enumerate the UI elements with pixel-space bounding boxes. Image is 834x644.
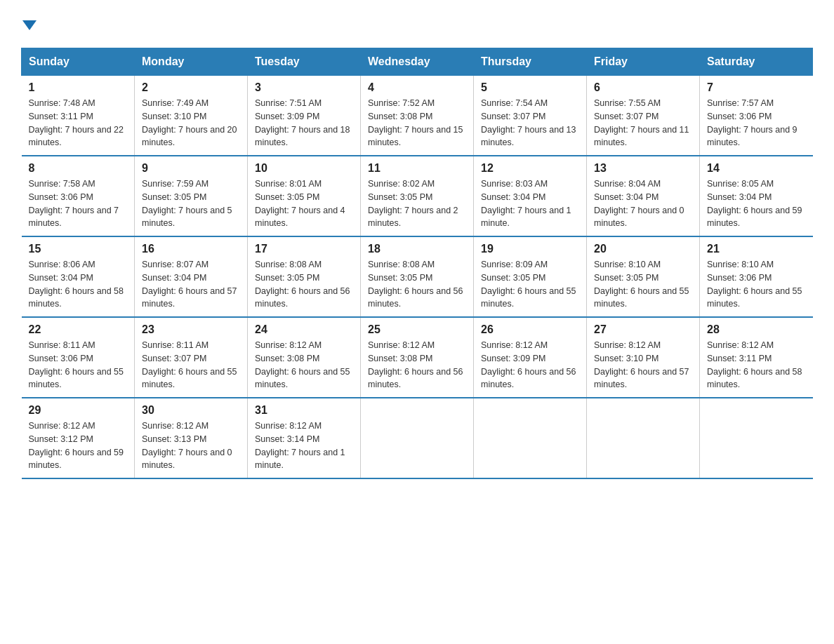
day-info: Sunrise: 8:05 AMSunset: 3:04 PMDaylight:… bbox=[707, 179, 802, 228]
day-info: Sunrise: 7:49 AMSunset: 3:10 PMDaylight:… bbox=[142, 98, 237, 147]
day-info: Sunrise: 8:07 AMSunset: 3:04 PMDaylight:… bbox=[142, 260, 237, 309]
day-info: Sunrise: 7:52 AMSunset: 3:08 PMDaylight:… bbox=[368, 98, 463, 147]
day-number: 10 bbox=[255, 162, 353, 175]
calendar-header: SundayMondayTuesdayWednesdayThursdayFrid… bbox=[22, 48, 813, 76]
day-cell: 10 Sunrise: 8:01 AMSunset: 3:05 PMDaylig… bbox=[248, 156, 361, 236]
page-header bbox=[21, 14, 813, 34]
day-number: 29 bbox=[29, 404, 128, 417]
day-cell bbox=[361, 398, 474, 478]
header-cell-monday: Monday bbox=[135, 48, 248, 76]
day-number: 16 bbox=[142, 243, 240, 255]
calendar-table: SundayMondayTuesdayWednesdayThursdayFrid… bbox=[21, 48, 813, 479]
day-info: Sunrise: 8:12 AMSunset: 3:14 PMDaylight:… bbox=[255, 421, 345, 470]
day-info: Sunrise: 7:55 AMSunset: 3:07 PMDaylight:… bbox=[594, 98, 689, 147]
day-number: 6 bbox=[594, 81, 692, 94]
week-row-2: 8 Sunrise: 7:58 AMSunset: 3:06 PMDayligh… bbox=[22, 156, 813, 236]
day-info: Sunrise: 7:57 AMSunset: 3:06 PMDaylight:… bbox=[707, 98, 797, 147]
day-cell: 27 Sunrise: 8:12 AMSunset: 3:10 PMDaylig… bbox=[587, 317, 700, 398]
day-cell: 6 Sunrise: 7:55 AMSunset: 3:07 PMDayligh… bbox=[587, 76, 700, 156]
day-cell: 18 Sunrise: 8:08 AMSunset: 3:05 PMDaylig… bbox=[361, 236, 474, 317]
logo-general-row bbox=[21, 14, 37, 34]
day-info: Sunrise: 8:04 AMSunset: 3:04 PMDaylight:… bbox=[594, 179, 684, 228]
day-info: Sunrise: 8:03 AMSunset: 3:04 PMDaylight:… bbox=[481, 179, 571, 228]
day-cell: 13 Sunrise: 8:04 AMSunset: 3:04 PMDaylig… bbox=[587, 156, 700, 236]
day-number: 24 bbox=[255, 323, 353, 336]
week-row-1: 1 Sunrise: 7:48 AMSunset: 3:11 PMDayligh… bbox=[22, 76, 813, 156]
header-cell-thursday: Thursday bbox=[474, 48, 587, 76]
logo bbox=[21, 14, 37, 34]
day-number: 11 bbox=[368, 162, 466, 175]
day-number: 20 bbox=[594, 243, 692, 255]
day-info: Sunrise: 7:58 AMSunset: 3:06 PMDaylight:… bbox=[29, 179, 119, 228]
day-cell: 15 Sunrise: 8:06 AMSunset: 3:04 PMDaylig… bbox=[22, 236, 135, 317]
day-cell: 17 Sunrise: 8:08 AMSunset: 3:05 PMDaylig… bbox=[248, 236, 361, 317]
day-number: 18 bbox=[368, 243, 466, 255]
day-cell: 11 Sunrise: 8:02 AMSunset: 3:05 PMDaylig… bbox=[361, 156, 474, 236]
day-info: Sunrise: 8:12 AMSunset: 3:11 PMDaylight:… bbox=[707, 340, 802, 389]
day-info: Sunrise: 8:12 AMSunset: 3:10 PMDaylight:… bbox=[594, 340, 689, 389]
calendar-body: 1 Sunrise: 7:48 AMSunset: 3:11 PMDayligh… bbox=[22, 76, 813, 479]
day-info: Sunrise: 8:09 AMSunset: 3:05 PMDaylight:… bbox=[481, 260, 576, 309]
week-row-3: 15 Sunrise: 8:06 AMSunset: 3:04 PMDaylig… bbox=[22, 236, 813, 317]
day-number: 31 bbox=[255, 404, 353, 417]
header-cell-saturday: Saturday bbox=[700, 48, 813, 76]
day-cell: 14 Sunrise: 8:05 AMSunset: 3:04 PMDaylig… bbox=[700, 156, 813, 236]
day-cell bbox=[474, 398, 587, 478]
day-cell: 30 Sunrise: 8:12 AMSunset: 3:13 PMDaylig… bbox=[135, 398, 248, 478]
day-info: Sunrise: 8:12 AMSunset: 3:08 PMDaylight:… bbox=[255, 340, 350, 389]
day-info: Sunrise: 7:54 AMSunset: 3:07 PMDaylight:… bbox=[481, 98, 576, 147]
day-cell: 22 Sunrise: 8:11 AMSunset: 3:06 PMDaylig… bbox=[22, 317, 135, 398]
day-info: Sunrise: 8:01 AMSunset: 3:05 PMDaylight:… bbox=[255, 179, 345, 228]
week-row-5: 29 Sunrise: 8:12 AMSunset: 3:12 PMDaylig… bbox=[22, 398, 813, 478]
day-cell: 1 Sunrise: 7:48 AMSunset: 3:11 PMDayligh… bbox=[22, 76, 135, 156]
day-number: 30 bbox=[142, 404, 240, 417]
header-cell-tuesday: Tuesday bbox=[248, 48, 361, 76]
day-cell bbox=[700, 398, 813, 478]
day-number: 28 bbox=[707, 323, 806, 336]
day-cell: 8 Sunrise: 7:58 AMSunset: 3:06 PMDayligh… bbox=[22, 156, 135, 236]
day-info: Sunrise: 7:59 AMSunset: 3:05 PMDaylight:… bbox=[142, 179, 232, 228]
day-cell: 28 Sunrise: 8:12 AMSunset: 3:11 PMDaylig… bbox=[700, 317, 813, 398]
day-info: Sunrise: 8:10 AMSunset: 3:05 PMDaylight:… bbox=[594, 260, 689, 309]
day-number: 8 bbox=[29, 162, 128, 175]
day-number: 13 bbox=[594, 162, 692, 175]
day-cell: 20 Sunrise: 8:10 AMSunset: 3:05 PMDaylig… bbox=[587, 236, 700, 317]
day-info: Sunrise: 7:51 AMSunset: 3:09 PMDaylight:… bbox=[255, 98, 350, 147]
day-info: Sunrise: 8:08 AMSunset: 3:05 PMDaylight:… bbox=[255, 260, 350, 309]
day-number: 19 bbox=[481, 243, 579, 255]
day-cell: 21 Sunrise: 8:10 AMSunset: 3:06 PMDaylig… bbox=[700, 236, 813, 317]
day-number: 15 bbox=[29, 243, 128, 255]
week-row-4: 22 Sunrise: 8:11 AMSunset: 3:06 PMDaylig… bbox=[22, 317, 813, 398]
day-number: 14 bbox=[707, 162, 806, 175]
day-info: Sunrise: 8:08 AMSunset: 3:05 PMDaylight:… bbox=[368, 260, 463, 309]
day-info: Sunrise: 8:06 AMSunset: 3:04 PMDaylight:… bbox=[29, 260, 124, 309]
day-info: Sunrise: 8:11 AMSunset: 3:06 PMDaylight:… bbox=[29, 340, 124, 389]
day-cell: 23 Sunrise: 8:11 AMSunset: 3:07 PMDaylig… bbox=[135, 317, 248, 398]
header-cell-wednesday: Wednesday bbox=[361, 48, 474, 76]
day-number: 5 bbox=[481, 81, 579, 94]
day-cell: 19 Sunrise: 8:09 AMSunset: 3:05 PMDaylig… bbox=[474, 236, 587, 317]
day-number: 2 bbox=[142, 81, 240, 94]
day-number: 9 bbox=[142, 162, 240, 175]
day-number: 23 bbox=[142, 323, 240, 336]
day-number: 1 bbox=[29, 81, 128, 94]
day-cell: 31 Sunrise: 8:12 AMSunset: 3:14 PMDaylig… bbox=[248, 398, 361, 478]
day-cell: 5 Sunrise: 7:54 AMSunset: 3:07 PMDayligh… bbox=[474, 76, 587, 156]
header-cell-friday: Friday bbox=[587, 48, 700, 76]
day-cell: 7 Sunrise: 7:57 AMSunset: 3:06 PMDayligh… bbox=[700, 76, 813, 156]
day-cell: 16 Sunrise: 8:07 AMSunset: 3:04 PMDaylig… bbox=[135, 236, 248, 317]
header-row: SundayMondayTuesdayWednesdayThursdayFrid… bbox=[22, 48, 813, 76]
day-cell: 29 Sunrise: 8:12 AMSunset: 3:12 PMDaylig… bbox=[22, 398, 135, 478]
day-number: 3 bbox=[255, 81, 353, 94]
day-cell: 2 Sunrise: 7:49 AMSunset: 3:10 PMDayligh… bbox=[135, 76, 248, 156]
day-number: 17 bbox=[255, 243, 353, 255]
day-cell: 24 Sunrise: 8:12 AMSunset: 3:08 PMDaylig… bbox=[248, 317, 361, 398]
day-cell: 4 Sunrise: 7:52 AMSunset: 3:08 PMDayligh… bbox=[361, 76, 474, 156]
day-cell: 3 Sunrise: 7:51 AMSunset: 3:09 PMDayligh… bbox=[248, 76, 361, 156]
day-cell bbox=[587, 398, 700, 478]
day-info: Sunrise: 8:11 AMSunset: 3:07 PMDaylight:… bbox=[142, 340, 237, 389]
day-number: 25 bbox=[368, 323, 466, 336]
day-cell: 26 Sunrise: 8:12 AMSunset: 3:09 PMDaylig… bbox=[474, 317, 587, 398]
day-cell: 9 Sunrise: 7:59 AMSunset: 3:05 PMDayligh… bbox=[135, 156, 248, 236]
day-number: 27 bbox=[594, 323, 692, 336]
